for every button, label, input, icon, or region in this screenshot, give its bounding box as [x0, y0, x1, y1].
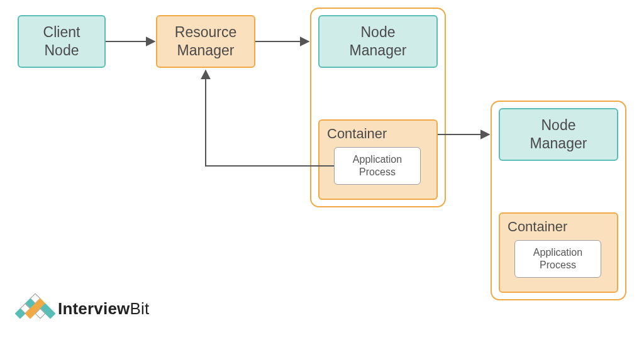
node-manager-1-box: Node Manager	[318, 15, 438, 68]
application-process-2-label: Application Process	[533, 246, 582, 271]
logo-text-bold: Interview	[58, 299, 130, 318]
logo-text-light: Bit	[130, 299, 150, 318]
interviewbit-logo: InterviewBit	[19, 295, 149, 322]
node-manager-2-box: Node Manager	[499, 108, 618, 161]
node-manager-2-label: Node Manager	[530, 116, 587, 153]
resource-manager-box: Resource Manager	[156, 15, 255, 68]
application-process-1-label: Application Process	[353, 153, 402, 178]
resource-manager-label: Resource Manager	[175, 23, 236, 60]
logo-icon	[19, 295, 53, 322]
container-1-label-wrap: Container	[327, 124, 428, 143]
client-node-box: Client Node	[18, 15, 106, 68]
container-2-label-wrap: Container	[508, 217, 608, 236]
application-process-2-box: Application Process	[514, 240, 601, 278]
container-2-label: Container	[508, 218, 567, 236]
application-process-1-box: Application Process	[334, 147, 421, 185]
logo-text: InterviewBit	[58, 299, 149, 319]
container-1-label: Container	[327, 125, 387, 143]
client-node-label: Client Node	[43, 23, 80, 60]
node-manager-1-label: Node Manager	[350, 23, 407, 60]
